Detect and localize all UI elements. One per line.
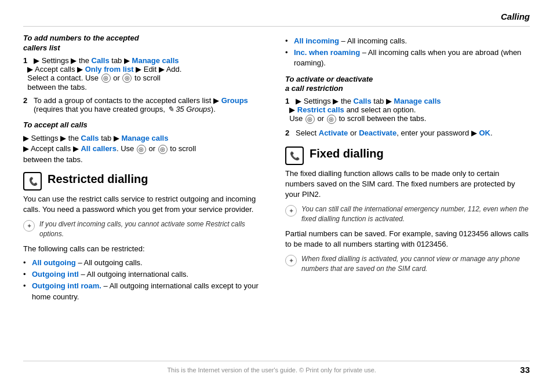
fixed-note2: ✦ When fixed dialling is activated, you … <box>285 254 530 274</box>
circle-btn-left2: ◎ <box>137 145 146 154</box>
bullet-all-incoming: • All incoming – All incoming calls. <box>285 36 530 46</box>
only-from-list-link: Only from list <box>85 65 134 74</box>
activate-link: Activate <box>319 129 348 137</box>
section-accept-all-calls: To accept all calls ▶ Settings ▶ the Cal… <box>23 120 268 164</box>
calls-tab-link1: Calls <box>92 56 110 65</box>
manage-calls-link3: Manage calls <box>394 97 441 105</box>
accept-all-content: ▶ Settings ▶ the Calls tab ▶ Manage call… <box>23 133 268 165</box>
all-outgoing-label: All outgoing <box>32 258 76 267</box>
step2-add-numbers: 2 To add a group of contacts to the acce… <box>23 96 268 113</box>
step1-num: 1 <box>23 56 27 65</box>
section-add-numbers-title: To add numbers to the acceptedcallers li… <box>23 34 268 53</box>
calls-tab-link2: Calls <box>81 134 99 142</box>
circle-btn-right1: ◎ <box>122 74 132 83</box>
outgoing-intl-roam-label: Outgoing intl roam. <box>32 281 101 290</box>
activate-step1: 1 ▶ Settings ▶ the Calls tab ▶ Manage ca… <box>285 97 530 124</box>
fixed-dialling-title: Fixed dialling <box>310 146 384 160</box>
left-column: To add numbers to the acceptedcallers li… <box>23 34 268 361</box>
icon-phone-symbol: 📞 <box>28 177 38 186</box>
step1-add-numbers: 1 ▶ Settings ▶ the Calls tab ▶ Manage ca… <box>23 56 268 92</box>
header-bar: Calling <box>23 12 530 21</box>
fixed-note1-text: You can still call the international eme… <box>301 204 530 224</box>
fixed-dialling-icon: 📞 <box>285 146 304 165</box>
right-bullets: • All incoming – All incoming calls. • I… <box>285 36 530 69</box>
fixed-dialling-icon-symbol: 📞 <box>290 151 300 160</box>
groups-ref: ✎ 35 Groups <box>168 105 211 113</box>
all-incoming-label: All incoming <box>294 36 339 45</box>
activate-step2-num: 2 <box>285 129 292 137</box>
restricted-note-text: If you divert incoming calls, you cannot… <box>39 219 268 239</box>
circle-btn-left1: ◎ <box>101 74 111 83</box>
restrict-calls-link: Restrict calls <box>297 105 344 114</box>
content-columns: To add numbers to the acceptedcallers li… <box>23 34 530 361</box>
page-number: 33 <box>520 365 530 375</box>
section-activate-restriction: To activate or deactivatea call restrict… <box>285 75 530 137</box>
fixed-note1: ✦ You can still call the international e… <box>285 204 530 224</box>
fixed-dialling-header: 📞 Fixed dialling <box>285 146 530 165</box>
bullet-outgoing-intl: • Outgoing intl – All outgoing internati… <box>23 269 268 280</box>
restriction-intro: The following calls can be restricted: <box>23 244 268 254</box>
restricted-dialling-header: 📞 Restricted dialling <box>23 172 268 190</box>
circle-btn-right3: ◎ <box>327 115 336 124</box>
fixed-dialling-body2: Partial numbers can be saved. For exampl… <box>285 229 530 250</box>
deactivate-link: Deactivate <box>359 129 396 137</box>
top-divider <box>23 26 530 27</box>
bullet-inc-roaming: • Inc. when roaming – All incoming calls… <box>285 47 530 68</box>
restricted-dialling-icon: 📞 <box>23 172 42 190</box>
activate-restriction-title: To activate or deactivatea call restrict… <box>285 75 530 94</box>
step1-content: ▶ Settings ▶ the Calls tab ▶ Manage call… <box>23 56 181 92</box>
footer-area: This is the Internet version of the user… <box>23 361 530 375</box>
note-icon1: ✦ <box>23 220 35 232</box>
inc-roaming-label: Inc. when roaming <box>294 48 360 57</box>
all-callers-link: All callers <box>81 144 116 153</box>
circle-btn-left3: ◎ <box>305 115 315 124</box>
activate-step2-content: Select Activate or Deactivate, enter you… <box>296 129 493 137</box>
note-icon2: ✦ <box>285 205 297 217</box>
step2-num: 2 <box>23 96 30 113</box>
section-add-numbers: To add numbers to the acceptedcallers li… <box>23 34 268 113</box>
note-icon3: ✦ <box>285 255 297 266</box>
section-accept-all-title: To accept all calls <box>23 120 268 130</box>
fixed-note2-text: When fixed dialling is activated, you ca… <box>301 254 530 274</box>
manage-calls-link2: Manage calls <box>122 134 169 142</box>
page-container: Calling To add numbers to the acceptedca… <box>0 0 553 392</box>
restricted-dialling-body: You can use the restrict calls service t… <box>23 194 268 215</box>
outgoing-intl-label: Outgoing intl <box>32 270 79 279</box>
restriction-bullets: • All outgoing – All outgoing calls. • O… <box>23 258 268 302</box>
activate-step2: 2 Select Activate or Deactivate, enter y… <box>285 129 530 137</box>
activate-step1-num: 1 <box>285 97 289 105</box>
groups-link: Groups <box>221 96 248 105</box>
bullet-outgoing-intl-roam: • Outgoing intl roam. – All outgoing int… <box>23 281 268 302</box>
fixed-dialling-body1: The fixed dialling function allows calls… <box>285 168 530 200</box>
ok-link: OK <box>479 129 490 137</box>
activate-step1-content: ▶ Settings ▶ the Calls tab ▶ Manage call… <box>285 97 441 123</box>
footer-text: This is the Internet version of the user… <box>23 367 520 373</box>
calls-tab-link3: Calls <box>354 97 372 105</box>
restricted-dialling-title: Restricted dialling <box>48 172 148 186</box>
step2-content: To add a group of contacts to the accept… <box>34 96 268 113</box>
manage-calls-link1: Manage calls <box>132 56 179 65</box>
circle-btn-right2: ◎ <box>158 145 168 154</box>
restricted-note: ✦ If you divert incoming calls, you cann… <box>23 219 268 239</box>
bullet-all-outgoing: • All outgoing – All outgoing calls. <box>23 258 268 268</box>
header-title: Calling <box>501 12 530 21</box>
right-column: • All incoming – All incoming calls. • I… <box>285 34 530 361</box>
